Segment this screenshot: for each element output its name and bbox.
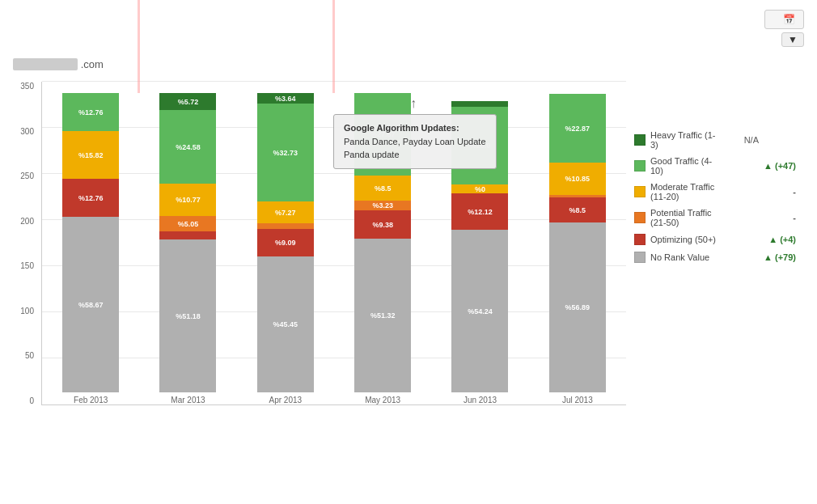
bars-container: %58.67%12.76%15.82%12.76Feb 2013%51.18%5… — [42, 82, 626, 404]
bar-segment-moderate: %7.27 — [257, 201, 314, 223]
y-label-150: 150 — [20, 261, 34, 270]
legend-label-moderate: Moderate Traffic (11-20) — [650, 182, 722, 201]
bar-segment-optimizing: %9.38 — [354, 210, 411, 239]
bar-segment-optimizing: %12.12 — [451, 193, 508, 230]
bar-group: %51.18%5.05%10.77%24.58%5.72Mar 2013 — [147, 93, 228, 404]
bar-segment-moderate: %10.85 — [549, 163, 606, 195]
bar-stack: %45.45%9.09%7.27%32.73%3.64 — [257, 93, 314, 392]
bar-segment-moderate: %10.77 — [159, 184, 216, 216]
legend-item-good: Good Traffic (4-10) ▲ (+47) — [634, 156, 796, 176]
bar-segment-heavy — [451, 101, 508, 107]
bar-segment-optimizing: %9.09 — [257, 229, 314, 256]
bar-segment-moderate: %15.82 — [62, 131, 119, 179]
bar-segment-optimizing: %8.5 — [549, 197, 606, 222]
y-label-250: 250 — [20, 172, 34, 180]
bar-segment-optimizing: %12.76 — [62, 179, 119, 217]
y-label-0: 0 — [29, 396, 34, 405]
bar-segment-moderate: %8.5 — [354, 176, 411, 201]
bar-stack: %58.67%12.76%15.82%12.76 — [62, 93, 119, 392]
y-label-50: 50 — [25, 351, 34, 360]
bar-segment-good: %12.76 — [62, 93, 119, 131]
legend-label-optimizing: Optimizing (50+) — [650, 235, 722, 244]
x-axis-label: May 2013 — [365, 396, 400, 404]
y-label-350: 350 — [20, 82, 34, 91]
bar-group: %54.24%12.12%0%26.0Jun 2013 — [439, 101, 520, 404]
chart-area: 0 50 100 150 200 250 300 350 %58.67%12.7… — [0, 82, 817, 430]
bar-segment-heavy: %5.72 — [159, 93, 216, 110]
legend-change-norank: ▲ (+79) — [764, 252, 796, 262]
y-label-200: 200 — [20, 217, 34, 226]
legend-change-moderate: - — [764, 187, 796, 197]
legend-color-optimizing — [634, 234, 646, 245]
legend-color-norank — [634, 252, 646, 263]
bar-group: %51.32%9.38%3.23%8.5%27.57May 2013 — [342, 93, 423, 404]
bar-segment-good: %27.57 — [354, 93, 411, 176]
legend-change-optimizing: ▲ (+4) — [764, 235, 796, 244]
bar-segment-norank: %54.24 — [451, 230, 508, 392]
y-label-300: 300 — [20, 127, 34, 136]
bar-segment-good: %22.87 — [549, 94, 606, 163]
chart-legend: Heavy Traffic (1-3) N/A Good Traffic (4-… — [626, 82, 804, 430]
chevron-down-icon: ▼ — [788, 34, 798, 45]
date-range-button[interactable]: 📅 — [764, 10, 804, 29]
bar-segment-potential: %5.05 — [159, 216, 216, 231]
legend-value-heavy: N/A — [726, 135, 759, 145]
y-axis: 0 50 100 150 200 250 300 350 — [13, 82, 37, 405]
bar-segment-norank: %51.18 — [159, 239, 216, 392]
calendar-icon: 📅 — [783, 14, 795, 25]
bar-segment-norank: %51.32 — [354, 239, 411, 392]
legend-color-potential — [634, 212, 646, 223]
showing-results: .com — [0, 50, 817, 75]
legend-item-potential: Potential Traffic (21-50) - — [634, 208, 796, 227]
legend-change-potential: - — [764, 213, 796, 222]
x-axis-label: Feb 2013 — [74, 396, 108, 404]
bar-segment-norank: %56.89 — [549, 222, 606, 392]
mouse-cursor-icon: ↑ — [410, 96, 417, 111]
date-range-container: 📅 ▼ — [764, 10, 804, 47]
results-suffix: .com — [81, 58, 104, 70]
bar-segment-norank: %45.45 — [257, 256, 314, 392]
legend-color-moderate — [634, 186, 646, 197]
bar-segment-good: %32.73 — [257, 104, 314, 201]
y-label-100: 100 — [20, 307, 34, 316]
legend-label-good: Good Traffic (4-10) — [650, 156, 722, 176]
bar-segment-potential — [257, 223, 314, 229]
bar-group: %56.89%8.5%10.85%22.87Jul 2013 — [537, 94, 618, 404]
legend-label-norank: No Rank Value — [650, 252, 722, 262]
bar-segment-potential: %3.23 — [354, 201, 411, 210]
bar-segment-good: %24.58 — [159, 110, 216, 184]
bar-stack: %51.18%5.05%10.77%24.58%5.72 — [159, 93, 216, 392]
legend-color-heavy — [634, 134, 646, 146]
legend-change-good: ▲ (+47) — [764, 161, 796, 171]
legend-item-heavy: Heavy Traffic (1-3) N/A — [634, 130, 796, 150]
bar-segment-optimizing — [159, 231, 216, 239]
bar-stack: %51.32%9.38%3.23%8.5%27.57 — [354, 93, 411, 392]
x-axis-label: Jun 2013 — [464, 396, 497, 404]
legend-color-good — [634, 160, 646, 172]
bar-segment-good: %26.0 — [451, 107, 508, 184]
bar-stack: %54.24%12.12%0%26.0 — [451, 101, 508, 392]
date-range-dropdown[interactable]: ▼ — [781, 32, 804, 47]
algo-marker — [332, 0, 335, 93]
chart-plot: %58.67%12.76%15.82%12.76Feb 2013%51.18%5… — [41, 82, 626, 405]
x-axis-label: Jul 2013 — [562, 396, 593, 404]
bar-group: %45.45%9.09%7.27%32.73%3.64Apr 2013 — [245, 93, 326, 404]
bar-stack: %56.89%8.5%10.85%22.87 — [549, 94, 606, 392]
legend-label-potential: Potential Traffic (21-50) — [650, 208, 722, 227]
bar-segment-norank: %58.67 — [62, 217, 119, 392]
domain-name — [13, 58, 78, 70]
legend-item-moderate: Moderate Traffic (11-20) - — [634, 182, 796, 201]
page-header: 📅 ▼ — [0, 0, 817, 50]
legend-label-heavy: Heavy Traffic (1-3) — [650, 130, 722, 150]
bar-segment-potential — [549, 195, 606, 197]
bar-segment-heavy: %3.64 — [257, 93, 314, 104]
bar-group: %58.67%12.76%15.82%12.76Feb 2013 — [50, 93, 131, 404]
algo-marker — [138, 0, 140, 93]
legend-item-norank: No Rank Value ▲ (+79) — [634, 252, 796, 263]
x-axis-label: Apr 2013 — [269, 396, 303, 404]
x-axis-label: Mar 2013 — [171, 396, 205, 404]
legend-item-optimizing: Optimizing (50+) ▲ (+4) — [634, 234, 796, 245]
chart-wrapper: 0 50 100 150 200 250 300 350 %58.67%12.7… — [13, 82, 626, 430]
bar-segment-moderate: %0 — [451, 184, 508, 193]
